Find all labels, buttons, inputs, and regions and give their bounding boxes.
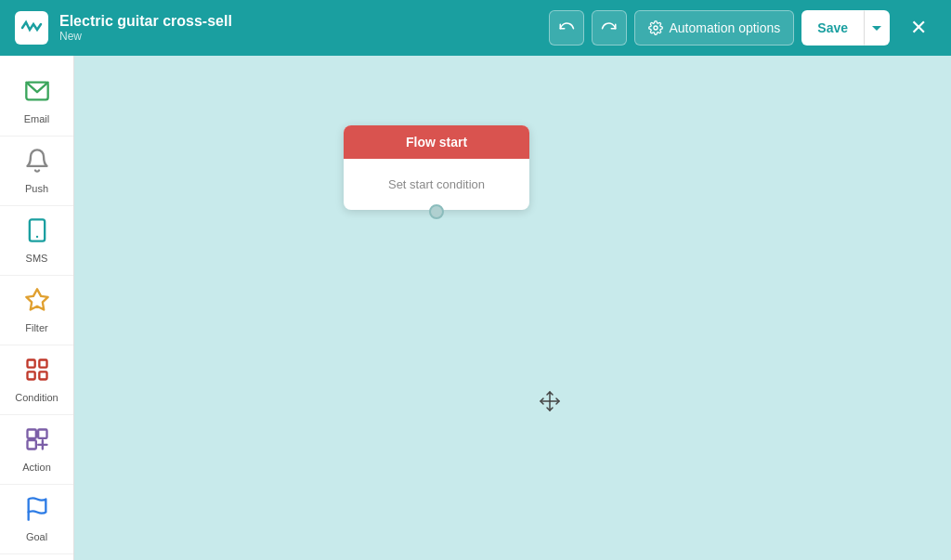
- save-button[interactable]: Save: [801, 10, 864, 46]
- close-button[interactable]: ✕: [901, 10, 936, 46]
- header: Electric guitar cross-sell New Automatio…: [0, 0, 951, 56]
- flow-node-header: Flow start: [344, 125, 529, 159]
- automation-options-button[interactable]: Automation options: [634, 10, 794, 46]
- header-title-area: Electric guitar cross-sell New: [59, 13, 538, 43]
- undo-button[interactable]: [549, 10, 584, 46]
- sidebar-item-sms[interactable]: SMS: [0, 206, 73, 276]
- svg-rect-7: [39, 360, 46, 368]
- svg-point-0: [654, 26, 658, 30]
- condition-icon: [24, 357, 50, 388]
- flow-node-body[interactable]: Set start condition: [344, 159, 529, 210]
- flow-node-connector[interactable]: [429, 204, 444, 219]
- sidebar-item-sms-label: SMS: [26, 253, 48, 264]
- canvas-move-cursor: [539, 390, 561, 417]
- redo-button[interactable]: [592, 10, 627, 46]
- svg-rect-6: [27, 360, 34, 368]
- sidebar-item-goal[interactable]: Goal: [0, 485, 73, 554]
- svg-marker-1: [872, 26, 881, 31]
- svg-marker-5: [26, 289, 47, 309]
- sidebar-item-email[interactable]: Email: [0, 67, 73, 137]
- sidebar-item-filter-label: Filter: [25, 322, 47, 333]
- main-area: Email Push SMS: [0, 56, 951, 560]
- sidebar-item-push[interactable]: Push: [0, 137, 73, 206]
- svg-rect-10: [27, 430, 35, 438]
- sidebar: Email Push SMS: [0, 56, 74, 560]
- flow-start-node[interactable]: Flow start Set start condition: [344, 125, 529, 210]
- sidebar-item-push-label: Push: [25, 183, 48, 194]
- sms-icon: [24, 217, 50, 249]
- svg-rect-12: [27, 440, 35, 449]
- sidebar-item-goal-label: Goal: [26, 531, 47, 542]
- sidebar-item-condition[interactable]: Condition: [0, 345, 73, 415]
- filter-icon: [24, 287, 50, 319]
- header-actions: Automation options Save ✕: [549, 10, 936, 46]
- svg-rect-8: [27, 371, 34, 379]
- goal-icon: [24, 496, 50, 527]
- sidebar-item-email-label: Email: [24, 113, 50, 124]
- svg-rect-11: [38, 430, 46, 438]
- svg-rect-9: [39, 371, 46, 379]
- sidebar-item-action[interactable]: Action: [0, 415, 73, 485]
- save-button-group: Save: [801, 10, 890, 46]
- flow-canvas[interactable]: Flow start Set start condition: [74, 56, 951, 560]
- push-icon: [24, 148, 50, 179]
- sidebar-item-action-label: Action: [22, 462, 51, 473]
- sidebar-item-condition-label: Condition: [15, 392, 58, 403]
- action-icon: [24, 426, 50, 458]
- app-logo: [15, 11, 48, 45]
- email-icon: [24, 78, 50, 110]
- workflow-status: New: [59, 30, 538, 43]
- workflow-title: Electric guitar cross-sell: [59, 13, 538, 30]
- automation-options-label: Automation options: [669, 20, 780, 35]
- sidebar-item-filter[interactable]: Filter: [0, 276, 73, 345]
- save-dropdown-button[interactable]: [864, 10, 890, 46]
